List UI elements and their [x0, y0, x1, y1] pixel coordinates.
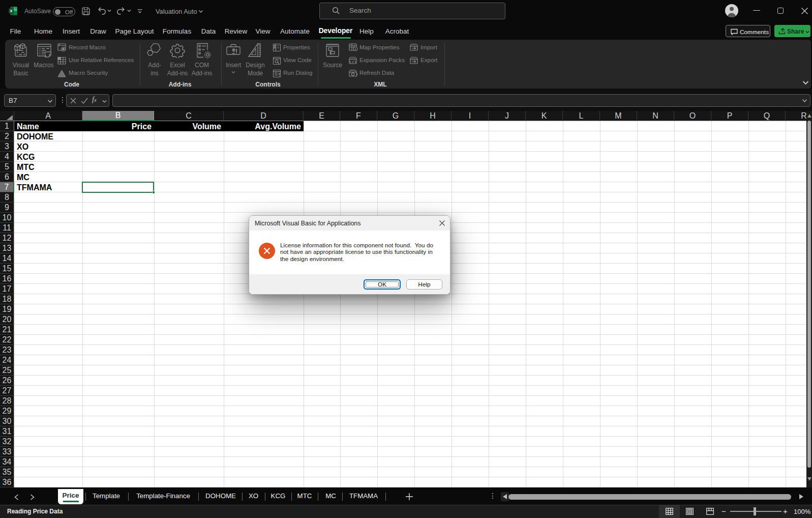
svg-text:x: x	[10, 8, 13, 13]
